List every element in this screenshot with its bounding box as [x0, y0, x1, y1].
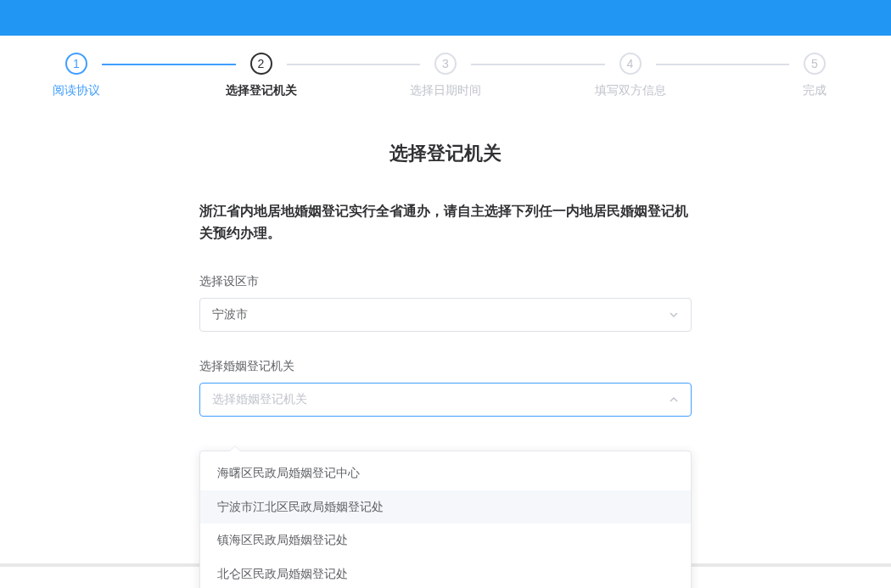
step-line-3-4 — [471, 64, 605, 65]
agency-option-3[interactable]: 北仑区民政局婚姻登记处 — [200, 557, 691, 588]
step-1-label: 阅读协议 — [53, 83, 100, 98]
chevron-down-icon — [669, 310, 679, 320]
step-3: 3 选择日期时间 — [420, 53, 471, 98]
agency-option-2[interactable]: 镇海区民政局婚姻登记处 — [200, 524, 691, 557]
chevron-up-icon — [669, 395, 679, 405]
step-5: 5 完成 — [789, 53, 840, 98]
step-4-number: 4 — [619, 53, 642, 75]
info-text: 浙江省内地居地婚姻登记实行全省通办，请自主选择下列任一内地居民婚姻登记机关预约办… — [199, 200, 692, 244]
step-line-4-5 — [656, 64, 790, 65]
step-2-number: 2 — [250, 53, 272, 75]
agency-option-0[interactable]: 海曙区民政局婚姻登记中心 — [200, 456, 691, 490]
agency-label: 选择婚姻登记机关 — [199, 359, 692, 374]
city-select-value: 宁波市 — [212, 307, 248, 322]
main-content: 选择登记机关 浙江省内地居地婚姻登记实行全省通办，请自主选择下列任一内地居民婚姻… — [199, 124, 692, 417]
city-label: 选择设区市 — [199, 274, 692, 289]
agency-select[interactable]: 选择婚姻登记机关 — [199, 383, 692, 417]
step-3-label: 选择日期时间 — [410, 83, 481, 98]
agency-select-placeholder: 选择婚姻登记机关 — [212, 392, 307, 407]
step-5-label: 完成 — [803, 83, 827, 98]
agency-option-1[interactable]: 宁波市江北区民政局婚姻登记处 — [200, 490, 691, 524]
step-line-1-2 — [102, 64, 236, 65]
step-3-number: 3 — [434, 53, 457, 75]
agency-dropdown: 海曙区民政局婚姻登记中心 宁波市江北区民政局婚姻登记处 镇海区民政局婚姻登记处 … — [199, 451, 692, 588]
dropdown-caret-icon — [230, 446, 240, 451]
step-2: 2 选择登记机关 — [236, 53, 287, 98]
header-bar — [0, 0, 891, 36]
step-4: 4 填写双方信息 — [605, 53, 656, 98]
step-4-label: 填写双方信息 — [595, 83, 666, 98]
step-2-label: 选择登记机关 — [226, 83, 297, 98]
step-5-number: 5 — [804, 53, 826, 75]
step-line-2-3 — [287, 64, 421, 65]
page-title: 选择登记机关 — [199, 141, 692, 166]
step-1: 1 阅读协议 — [51, 53, 102, 98]
step-1-number: 1 — [65, 53, 87, 75]
city-select[interactable]: 宁波市 — [199, 298, 692, 332]
stepper: 1 阅读协议 2 选择登记机关 3 选择日期时间 4 填写双方信息 5 完成 — [0, 36, 891, 124]
